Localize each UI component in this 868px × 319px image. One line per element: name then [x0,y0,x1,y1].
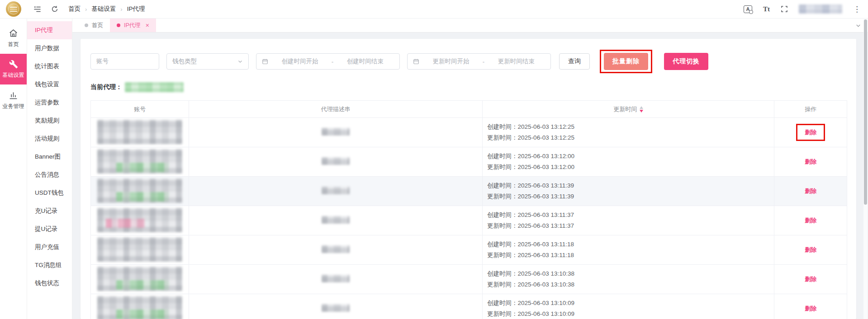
updated-time-text: 更新时间：2025-06-03 13:11:18 [487,250,774,261]
translate-icon[interactable]: A [744,5,752,13]
action-cell: 删除 [774,235,847,265]
table-row: 创建时间：2025-06-03 13:10:38 更新时间：2025-06-03… [91,265,847,294]
submenu-item-2[interactable]: 统计图表 [27,57,72,75]
delete-link[interactable]: 删除 [805,305,816,312]
submenu-item-13[interactable]: TG消息组 [27,256,72,274]
tab-ip-proxy[interactable]: IP代理 × [110,19,156,32]
primary-sidebar: 首页 基础设置 业务管理 [0,19,27,319]
account-redacted [97,296,182,319]
wrench-icon [9,60,18,69]
delete-link[interactable]: 删除 [805,158,816,165]
submenu-item-14[interactable]: 钱包状态 [27,274,72,292]
updated-time-cell: 创建时间：2025-06-03 13:10:38 更新时间：2025-06-03… [483,265,774,294]
action-cell: 删除 [774,206,847,235]
app-logo[interactable] [6,1,21,17]
table-row: 创建时间：2025-06-03 13:12:00 更新时间：2025-06-03… [91,147,847,177]
breadcrumb-settings[interactable]: 基础设置 [91,5,116,13]
submenu-item-3[interactable]: 钱包设置 [27,75,72,94]
created-time-text: 创建时间：2025-06-03 13:11:18 [487,239,774,250]
updated-time-cell: 创建时间：2025-06-03 13:10:09 更新时间：2025-06-03… [483,294,774,319]
updated-time-cell: 创建时间：2025-06-03 13:11:39 更新时间：2025-06-03… [483,177,774,206]
search-button[interactable]: 查询 [559,53,590,70]
account-cell [91,265,189,294]
account-cell [91,147,189,177]
description-redacted [322,157,350,165]
refresh-icon[interactable] [51,5,58,13]
submenu-item-7[interactable]: Banner图 [27,148,72,166]
table-row: 创建时间：2025-06-03 13:12:25 更新时间：2025-06-03… [91,118,847,147]
updated-end-placeholder: 更新时间结束 [487,57,545,66]
description-cell [189,118,483,147]
tab-home[interactable]: 首页 [78,19,110,32]
tab-close-icon[interactable]: × [146,22,149,29]
font-size-icon[interactable]: Tt [763,5,770,13]
updated-date-range-input[interactable]: 更新时间开始 - 更新时间结束 [407,53,551,70]
account-input[interactable]: 账号 [90,53,159,70]
filter-bar: 账号 钱包类型 创建时间开始 [90,50,847,73]
scrollbar-thumb[interactable] [864,19,867,205]
description-cell [189,265,483,294]
action-cell: 删除 [774,265,847,294]
submenu-item-0[interactable]: IP代理 [27,21,72,39]
current-agent-label: 当前代理： [90,83,122,91]
username-redacted[interactable] [799,5,842,14]
updated-time-cell: 创建时间：2025-06-03 13:12:00 更新时间：2025-06-03… [483,147,774,177]
description-redacted [322,245,350,253]
delete-link[interactable]: 删除 [805,188,816,194]
range-separator: - [483,58,485,65]
submenu-item-12[interactable]: 用户充值 [27,238,72,256]
description-cell [189,235,483,265]
delete-link[interactable]: 删除 [805,246,816,253]
table-row: 创建时间：2025-06-03 13:10:09 更新时间：2025-06-03… [91,294,847,319]
table-row: 创建时间：2025-06-03 13:11:18 更新时间：2025-06-03… [91,235,847,265]
sidebar-item-home[interactable]: 首页 [0,23,27,54]
updated-time-text: 更新时间：2025-06-03 13:10:38 [487,279,774,290]
proxy-switch-button[interactable]: 代理切换 [664,53,708,70]
updated-time-text: 更新时间：2025-06-03 13:12:25 [487,132,774,143]
created-time-text: 创建时间：2025-06-03 13:10:09 [487,298,774,309]
wallet-type-placeholder: 钱包类型 [172,57,197,66]
sidebar-item-business[interactable]: 业务管理 [0,84,27,116]
sidebar-item-label: 业务管理 [3,103,24,110]
account-cell [91,118,189,147]
table-row: 创建时间：2025-06-03 13:11:37 更新时间：2025-06-03… [91,206,847,235]
tab-dot-icon [85,23,88,27]
tab-label: 首页 [92,22,103,29]
submenu-item-6[interactable]: 活动规则 [27,130,72,148]
current-agent-row: 当前代理： [90,82,847,92]
submenu-item-9[interactable]: USDT钱包 [27,184,72,202]
delete-link[interactable]: 删除 [805,217,816,224]
updated-time-cell: 创建时间：2025-06-03 13:12:25 更新时间：2025-06-03… [483,118,774,147]
menu-collapse-icon[interactable] [33,5,41,13]
submenu-item-1[interactable]: 用户数据 [27,39,72,57]
submenu-item-5[interactable]: 奖励规则 [27,112,72,130]
submenu-item-4[interactable]: 运营参数 [27,94,72,112]
account-redacted [97,178,182,203]
header-description: 代理描述串 [189,101,483,118]
submenu-item-11[interactable]: 提U记录 [27,220,72,238]
wallet-type-select[interactable]: 钱包类型 [166,53,249,70]
action-cell: 删除 [774,147,847,177]
batch-delete-button[interactable]: 批量删除 [604,53,648,70]
fullscreen-icon[interactable] [781,5,788,13]
submenu-item-10[interactable]: 充U记录 [27,202,72,220]
created-end-placeholder: 创建时间结束 [336,57,394,66]
account-placeholder: 账号 [96,57,109,66]
description-cell [189,206,483,235]
breadcrumb-home[interactable]: 首页 [68,5,81,13]
header-account: 账号 [91,101,189,118]
tab-dot-icon [117,23,120,27]
delete-link[interactable]: 删除 [805,276,816,282]
more-menu-icon[interactable]: ⋮ [853,5,861,14]
submenu-item-8[interactable]: 公告消息 [27,166,72,184]
description-redacted [322,187,350,194]
description-cell [189,177,483,206]
sidebar-item-label: 首页 [8,41,19,48]
breadcrumb-separator-icon: › [120,6,122,13]
range-separator: - [332,58,334,65]
created-date-range-input[interactable]: 创建时间开始 - 创建时间结束 [256,53,400,70]
sidebar-item-basic-settings[interactable]: 基础设置 [0,54,27,84]
sort-caret-icon[interactable] [640,106,643,113]
delete-link[interactable]: 删除 [805,129,816,136]
description-cell [189,147,483,177]
